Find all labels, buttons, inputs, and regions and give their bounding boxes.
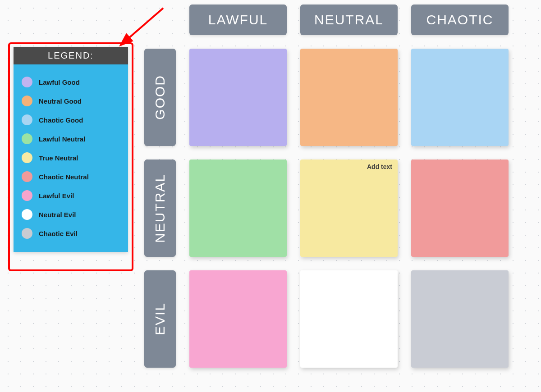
legend-swatch xyxy=(22,133,32,144)
legend-body: Lawful Good Neutral Good Chaotic Good La… xyxy=(14,64,128,252)
legend-swatch xyxy=(22,190,32,201)
legend-item-label: Neutral Evil xyxy=(39,211,76,219)
legend-item: Chaotic Good xyxy=(20,110,122,129)
cell-neutral-good[interactable] xyxy=(300,49,398,146)
legend-item-label: Lawful Evil xyxy=(39,192,74,200)
row-header-good: GOOD xyxy=(144,49,176,146)
legend-item: Lawful Neutral xyxy=(20,129,122,148)
legend-swatch xyxy=(22,77,32,87)
legend-item: True Neutral xyxy=(20,148,122,167)
legend-item-label: Lawful Neutral xyxy=(39,135,85,143)
legend-item-label: Chaotic Good xyxy=(39,116,83,124)
legend-swatch xyxy=(22,209,32,220)
legend-item: Chaotic Evil xyxy=(20,224,122,243)
grid-corner-empty xyxy=(144,5,176,35)
cell-hint: Add text xyxy=(367,163,392,170)
column-header-chaotic: CHAOTIC xyxy=(411,5,509,35)
legend-swatch xyxy=(22,171,32,182)
legend-item: Neutral Evil xyxy=(20,205,122,224)
column-header-lawful: LAWFUL xyxy=(189,5,287,35)
legend-item: Lawful Evil xyxy=(20,186,122,205)
legend-item-label: Neutral Good xyxy=(39,97,82,105)
row-header-evil: EVIL xyxy=(144,270,176,368)
legend-item: Lawful Good xyxy=(20,73,122,91)
cell-lawful-evil[interactable] xyxy=(189,270,287,368)
alignment-grid: LAWFUL NEUTRAL CHAOTIC GOOD NEUTRAL Add … xyxy=(144,5,509,368)
legend-item-label: Chaotic Neutral xyxy=(39,173,89,181)
legend-swatch xyxy=(22,228,32,239)
legend-item: Chaotic Neutral xyxy=(20,167,122,186)
legend-swatch xyxy=(22,152,32,163)
legend-item-label: Lawful Good xyxy=(39,78,80,86)
legend-title: LEGEND: xyxy=(14,47,128,64)
cell-true-neutral[interactable]: Add text xyxy=(300,160,398,257)
column-header-neutral: NEUTRAL xyxy=(300,5,398,35)
legend-swatch xyxy=(22,96,32,106)
legend-item: Neutral Good xyxy=(20,91,122,110)
cell-lawful-neutral[interactable] xyxy=(189,160,287,257)
cell-chaotic-neutral[interactable] xyxy=(411,160,509,257)
legend-item-label: Chaotic Evil xyxy=(39,230,78,237)
legend-swatch xyxy=(22,114,32,125)
cell-lawful-good[interactable] xyxy=(189,49,287,146)
cell-neutral-evil[interactable] xyxy=(300,270,398,368)
legend-item-label: True Neutral xyxy=(39,154,78,162)
row-header-neutral: NEUTRAL xyxy=(144,160,176,257)
legend-panel: LEGEND: Lawful Good Neutral Good Chaotic… xyxy=(14,47,128,252)
cell-chaotic-evil[interactable] xyxy=(411,270,509,368)
cell-chaotic-good[interactable] xyxy=(411,49,509,146)
